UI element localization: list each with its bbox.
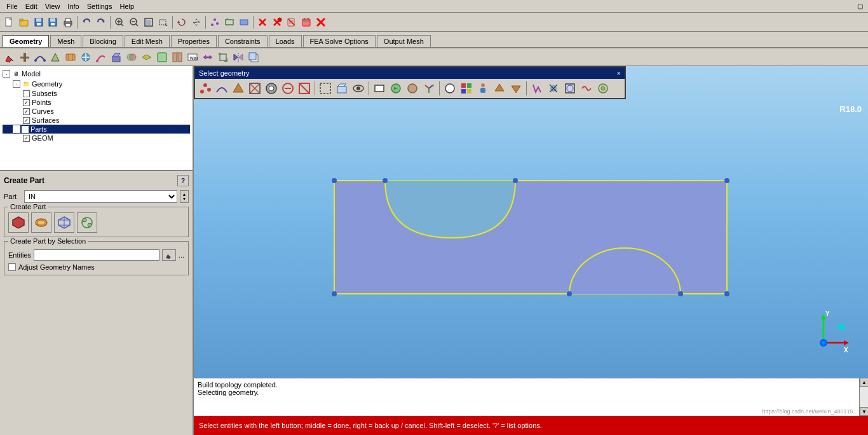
sel-3d-icon[interactable] [334, 81, 349, 96]
tree-node-subsets[interactable]: Subsets [3, 89, 190, 98]
points-icon[interactable] [208, 15, 222, 29]
parts-checkbox[interactable]: ✓ [22, 126, 29, 133]
sel-visible-icon[interactable] [351, 81, 366, 96]
menu-edit[interactable]: Edit [22, 1, 41, 11]
rotate-icon[interactable] [175, 15, 189, 29]
geom-name-icon[interactable]: Name [186, 50, 200, 64]
sel-deselect-all-icon[interactable] [297, 81, 312, 96]
sel-param4-icon[interactable] [579, 81, 594, 96]
delete2-icon[interactable] [270, 15, 284, 29]
close-dialog-btn[interactable]: × [617, 69, 621, 77]
geom-extrude-icon[interactable] [109, 50, 123, 64]
tab-editmesh[interactable]: Edit Mesh [125, 35, 170, 47]
zoom-all-icon[interactable] [142, 15, 156, 29]
delete3-icon[interactable] [285, 15, 299, 29]
undo-icon[interactable] [79, 15, 93, 29]
sel-xyz-icon[interactable]: z [421, 81, 437, 96]
log-scroll-down[interactable]: ▼ [860, 407, 868, 416]
expand-parts[interactable]: - [13, 125, 20, 133]
entities-cursor-btn[interactable] [162, 249, 176, 261]
zoom-box-icon[interactable] [156, 15, 170, 29]
new-icon[interactable] [3, 15, 17, 29]
geom-measure-icon[interactable] [94, 50, 108, 64]
geom-scale-icon[interactable] [216, 50, 230, 64]
part-scroll[interactable]: ▲▼ [180, 190, 189, 203]
delete4-icon[interactable] [299, 15, 313, 29]
sel-param3-icon[interactable] [562, 81, 578, 96]
save-icon[interactable] [32, 15, 46, 29]
tab-properties[interactable]: Properties [171, 35, 217, 47]
menu-file[interactable]: File [3, 1, 22, 11]
sel-rect-icon[interactable] [372, 81, 387, 96]
expand-geometry[interactable]: - [13, 80, 20, 88]
geom-checkbox[interactable]: ✓ [23, 135, 30, 142]
geom-mirror-icon[interactable] [231, 50, 245, 64]
tree-node-model[interactable]: - 🖥 Model [3, 69, 190, 79]
geom-boolean-icon[interactable] [125, 50, 139, 64]
create-solid-icon[interactable] [8, 212, 29, 233]
geom-surface-icon[interactable] [48, 50, 62, 64]
entities-more-btn[interactable]: ... [179, 251, 184, 259]
tab-geometry[interactable]: Geometry [3, 35, 49, 47]
sel-points-icon[interactable] [198, 81, 213, 96]
sel-all-icon[interactable] [247, 81, 262, 96]
tab-mesh[interactable]: Mesh [50, 35, 81, 47]
points-checkbox[interactable]: ✓ [23, 99, 30, 106]
open-icon[interactable] [17, 15, 31, 29]
geom-translate-icon[interactable] [201, 50, 215, 64]
tab-outputmesh[interactable]: Output Mesh [377, 35, 431, 47]
entities-input[interactable] [34, 249, 159, 261]
geom-repair-icon[interactable] [64, 50, 78, 64]
log-scroll-up[interactable]: ▲ [860, 378, 868, 387]
geom-split-icon[interactable] [170, 50, 184, 64]
geom-transform-icon[interactable] [79, 50, 93, 64]
delete1-icon[interactable] [255, 15, 269, 29]
sel-deselect-icon[interactable] [280, 81, 295, 96]
tree-node-curves[interactable]: ✓ Curves [3, 107, 190, 116]
tree-node-geometry[interactable]: - 📁 Geometry [3, 79, 190, 89]
tree-node-surfaces[interactable]: ✓ Surfaces [3, 116, 190, 125]
tree-node-parts[interactable]: - ✓ Parts [3, 125, 190, 134]
sel-param1-icon[interactable] [529, 81, 545, 96]
menu-help[interactable]: Help [116, 1, 138, 11]
create-wireframe2-icon[interactable] [54, 212, 74, 233]
sel-colormap-icon[interactable] [459, 81, 474, 96]
tab-blocking[interactable]: Blocking [83, 35, 123, 47]
zoom-in-icon[interactable] [112, 15, 126, 29]
subsets-checkbox[interactable] [23, 90, 30, 97]
tree-node-geom[interactable]: ✓ GEOM [3, 134, 190, 142]
part-select[interactable]: IN [24, 190, 177, 203]
menu-view[interactable]: View [41, 1, 64, 11]
sel-box-icon[interactable] [318, 81, 333, 96]
viewport[interactable]: Select geometry × [194, 66, 868, 435]
sel-param2-icon[interactable] [546, 81, 561, 96]
redo-icon[interactable] [94, 15, 108, 29]
create-surface-icon[interactable] [31, 212, 51, 233]
create-assembly-icon[interactable] [77, 212, 97, 233]
tab-constraints[interactable]: Constraints [218, 35, 268, 47]
menu-settings[interactable]: Settings [83, 1, 116, 11]
help-button[interactable]: ? [177, 175, 189, 186]
sel-curves-icon[interactable] [214, 81, 229, 96]
tab-feasolve[interactable]: FEA Solve Options [303, 35, 376, 47]
delete5-icon[interactable] [314, 15, 328, 29]
sel-param5-icon[interactable] [595, 81, 611, 96]
tree-node-points[interactable]: ✓ Points [3, 98, 190, 107]
geom-fill-icon[interactable] [155, 50, 169, 64]
geom-select-icon[interactable] [3, 50, 17, 64]
sel-up-icon[interactable] [492, 81, 507, 96]
print-icon[interactable] [61, 15, 75, 29]
menu-info[interactable]: Info [64, 1, 83, 11]
sel-surfaces-icon[interactable] [231, 81, 246, 96]
curves-checkbox[interactable]: ✓ [23, 108, 30, 115]
geom-stitch-icon[interactable] [140, 50, 154, 64]
wireframe-icon[interactable] [222, 15, 236, 29]
pan-icon[interactable] [189, 15, 203, 29]
sel-invert-icon[interactable] [264, 81, 279, 96]
adjust-names-checkbox[interactable] [8, 263, 16, 271]
geom-copy-icon[interactable] [247, 50, 261, 64]
tab-loads[interactable]: Loads [269, 35, 302, 47]
zoom-out-icon[interactable] [127, 15, 141, 29]
save-as-icon[interactable]: * [46, 15, 60, 29]
sel-transfer-icon[interactable] [388, 81, 403, 96]
